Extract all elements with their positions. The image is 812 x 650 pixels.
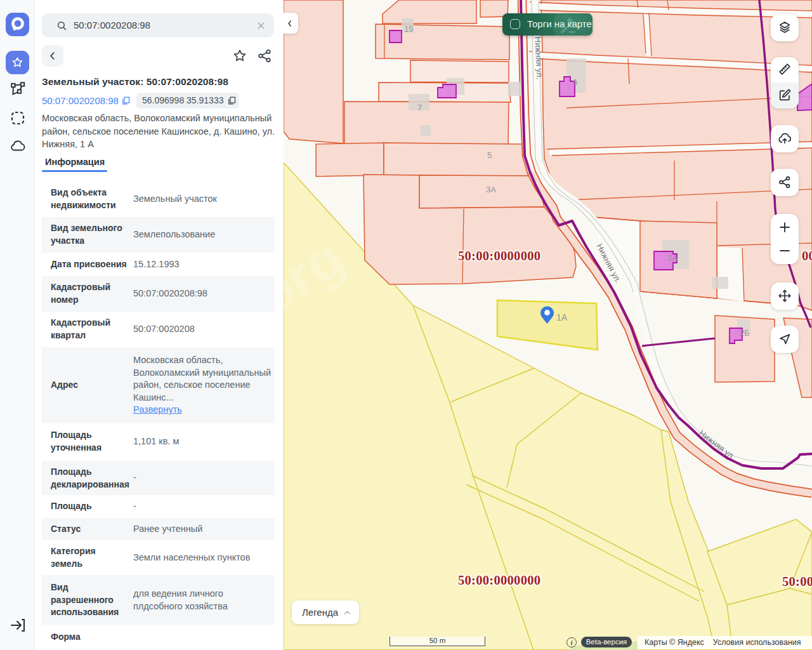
svg-text:15: 15 <box>404 24 413 34</box>
svg-text:50:00:0000000: 50:00:0000000 <box>458 573 540 587</box>
svg-text:50:00:0: 50:00:0 <box>782 574 812 588</box>
svg-text:2Б: 2Б <box>740 328 750 338</box>
svg-text:50:00:0000000: 50:00:0000000 <box>458 249 540 263</box>
svg-text:3А: 3А <box>486 185 496 194</box>
svg-text:1А: 1А <box>556 312 568 322</box>
svg-text:7: 7 <box>417 103 422 112</box>
svg-text:6: 6 <box>573 77 577 87</box>
svg-text:2А: 2А <box>667 253 678 263</box>
svg-text:00:0: 00:0 <box>802 249 812 263</box>
svg-text:5: 5 <box>487 150 492 160</box>
